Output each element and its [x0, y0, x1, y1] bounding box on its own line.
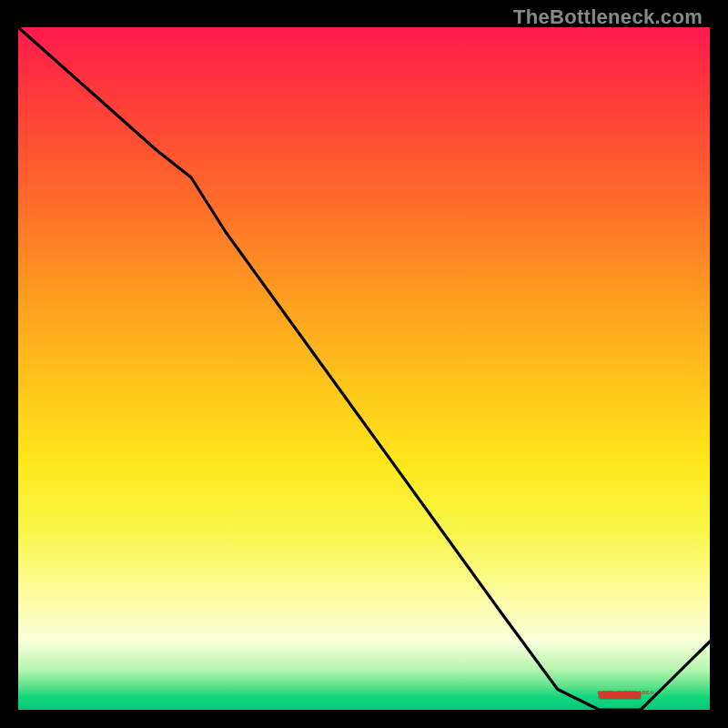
- optimal-range-label: BOTTLENECK AREA: [597, 690, 653, 695]
- bottleneck-curve: [18, 27, 710, 710]
- plot-area: BOTTLENECK AREA: [18, 27, 710, 710]
- chart-container: TheBottleneck.com BOTTLENECK AREA: [0, 0, 728, 728]
- plot-frame: BOTTLENECK AREA: [18, 27, 710, 710]
- attribution-watermark: TheBottleneck.com: [513, 5, 703, 29]
